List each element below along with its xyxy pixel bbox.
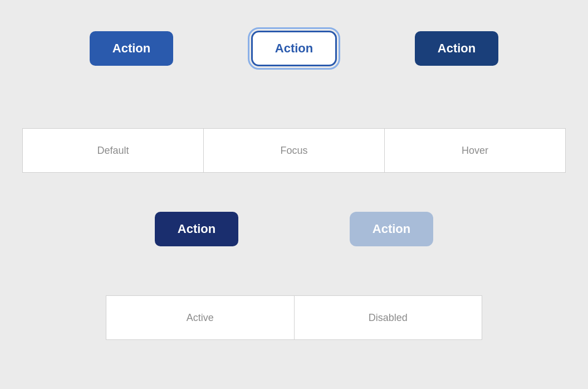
label-default: Default xyxy=(23,129,204,172)
page-container: Action Action Action Default Focus Hover… xyxy=(0,0,588,389)
labels-row-2: Active Disabled xyxy=(106,295,482,340)
label-hover: Hover xyxy=(385,129,565,172)
label-disabled: Disabled xyxy=(295,296,482,339)
disabled-button: Action xyxy=(350,212,433,246)
focus-button[interactable]: Action xyxy=(251,31,337,66)
focus-button-column: Action xyxy=(213,31,375,66)
default-button[interactable]: Action xyxy=(90,31,173,66)
default-button-column: Action xyxy=(50,31,213,66)
label-focus: Focus xyxy=(204,129,385,172)
active-button[interactable]: Action xyxy=(155,212,238,246)
button-row-1: Action Action Action xyxy=(50,31,538,66)
hover-button-column: Action xyxy=(375,31,538,66)
button-row-2: Action Action xyxy=(50,212,538,246)
labels-row-1: Default Focus Hover xyxy=(22,128,566,173)
hover-button[interactable]: Action xyxy=(415,31,498,66)
label-active: Active xyxy=(106,296,295,339)
